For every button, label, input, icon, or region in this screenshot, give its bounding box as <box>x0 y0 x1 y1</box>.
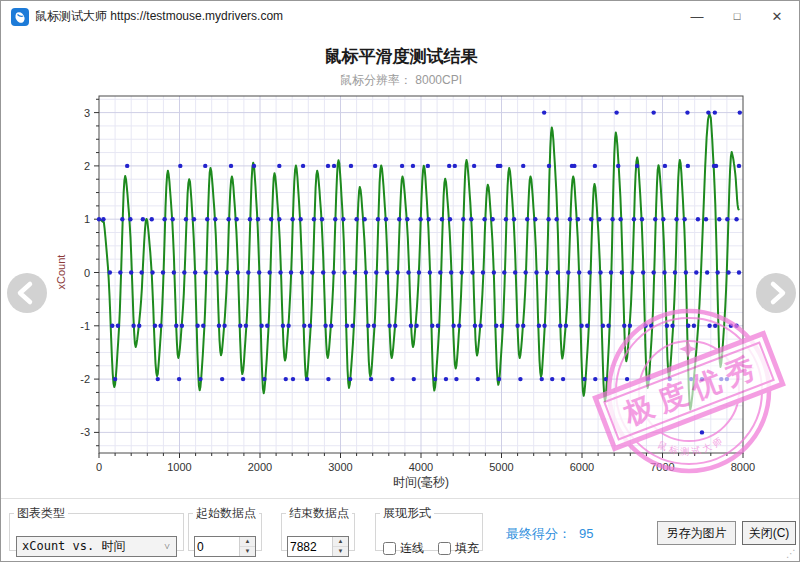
svg-text:时间(毫秒): 时间(毫秒) <box>393 475 449 489</box>
next-button[interactable] <box>756 273 796 313</box>
chart-type-group: 图表类型 xCount vs. 时间 ˅ <box>9 505 184 551</box>
line-checkbox[interactable] <box>383 542 396 555</box>
final-score-value: 95 <box>579 526 593 541</box>
svg-text:0: 0 <box>84 267 90 279</box>
svg-text:xCount: xCount <box>55 255 67 290</box>
svg-text:0: 0 <box>96 461 102 473</box>
chevron-left-icon <box>7 273 47 313</box>
end-point-group: 结束数据点 ▲ ▼ <box>281 505 355 551</box>
svg-text:1000: 1000 <box>167 461 191 473</box>
chart-type-select[interactable]: xCount vs. 时间 ˅ <box>16 536 177 557</box>
svg-text:1: 1 <box>84 213 90 225</box>
display-form-group: 展现形式 连线 填充 <box>375 505 483 551</box>
start-point-input[interactable] <box>195 537 239 556</box>
close-button[interactable]: 关闭(C) <box>742 521 796 545</box>
end-point-up-arrow[interactable]: ▲ <box>333 537 348 547</box>
start-point-group: 起始数据点 ▲ ▼ <box>188 505 262 551</box>
svg-text:-2: -2 <box>80 373 90 385</box>
final-score: 最终得分：95 <box>506 525 593 543</box>
control-panel: 图表类型 xCount vs. 时间 ˅ 起始数据点 ▲ ▼ 结束数据点 ▲ <box>1 498 799 561</box>
smoothness-chart: 010002000300040005000600070008000-3-2-10… <box>1 1 800 562</box>
chevron-right-icon <box>756 273 796 313</box>
app-window: 鼠标测试大师 https://testmouse.mydrivers.com —… <box>0 0 800 562</box>
save-image-button[interactable]: 另存为图片 <box>657 521 736 545</box>
start-point-down-arrow[interactable]: ▼ <box>240 547 255 556</box>
fill-checkbox-label: 填充 <box>438 540 479 557</box>
resize-grip[interactable]: ⋰ <box>786 549 796 559</box>
svg-text:3: 3 <box>84 107 90 119</box>
chart-type-label: 图表类型 <box>14 505 68 522</box>
line-checkbox-label: 连线 <box>383 540 424 557</box>
prev-button[interactable] <box>7 273 47 313</box>
end-point-label: 结束数据点 <box>286 505 352 522</box>
final-score-label: 最终得分： <box>506 526 571 541</box>
end-point-down-arrow[interactable]: ▼ <box>333 547 348 556</box>
start-point-label: 起始数据点 <box>193 505 259 522</box>
chart-type-value: xCount vs. 时间 <box>22 539 125 553</box>
svg-text:2000: 2000 <box>248 461 272 473</box>
svg-text:4000: 4000 <box>409 461 433 473</box>
fill-checkbox[interactable] <box>438 542 451 555</box>
start-point-up-arrow[interactable]: ▲ <box>240 537 255 547</box>
svg-text:2: 2 <box>84 160 90 172</box>
svg-text:-3: -3 <box>80 426 90 438</box>
svg-text:3000: 3000 <box>328 461 352 473</box>
svg-text:8000: 8000 <box>731 461 755 473</box>
svg-text:-1: -1 <box>80 320 90 332</box>
svg-text:6000: 6000 <box>570 461 594 473</box>
end-point-input[interactable] <box>288 537 332 556</box>
chevron-down-icon: ˅ <box>164 537 170 556</box>
display-form-label: 展现形式 <box>380 505 434 522</box>
svg-text:5000: 5000 <box>489 461 513 473</box>
